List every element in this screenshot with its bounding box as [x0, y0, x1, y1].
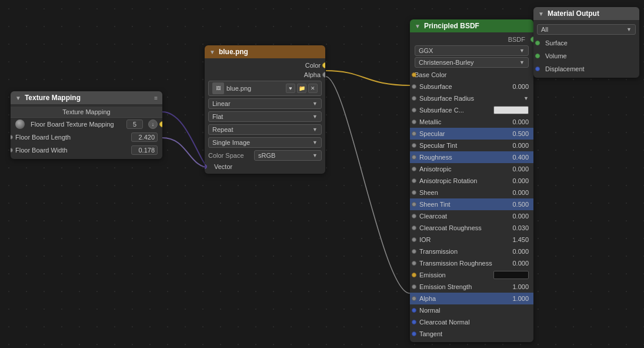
- christensen-dropdown[interactable]: Christensen-Burley ▼: [415, 57, 529, 68]
- repeat-dropdown[interactable]: Repeat ▼: [208, 124, 322, 135]
- alpha-bsdf-value: 1.000: [505, 295, 529, 302]
- ggx-label: GGX: [419, 47, 433, 54]
- num-input[interactable]: 5: [126, 120, 143, 129]
- specular-tint-socket[interactable]: [412, 143, 416, 148]
- color-socket-out[interactable]: [322, 62, 325, 68]
- ior-label: IOR: [419, 236, 505, 243]
- normal-socket[interactable]: [412, 308, 416, 313]
- material-output-header: ▼ Material Output: [533, 7, 639, 20]
- emission-strength-socket[interactable]: [412, 284, 416, 289]
- ggx-dropdown[interactable]: GGX ▼: [415, 45, 529, 56]
- roughness-row[interactable]: Roughness 0.400: [410, 151, 533, 163]
- single-image-label: Single Image: [212, 139, 250, 146]
- specular-socket[interactable]: [412, 131, 416, 136]
- specular-tint-label: Specular Tint: [419, 142, 505, 149]
- linear-dropdown[interactable]: Linear ▼: [208, 98, 322, 109]
- subsurface-color-row: Subsurface C...: [410, 104, 533, 116]
- folder-icon[interactable]: 📁: [297, 84, 306, 93]
- subsurface-radius-label: Subsurface Radius: [419, 95, 523, 102]
- mo-all-arrow: ▼: [626, 26, 632, 32]
- repeat-dropdown-row: Repeat ▼: [205, 123, 325, 136]
- mo-all-dropdown[interactable]: All ▼: [537, 24, 636, 35]
- tangent-label: Tangent: [419, 330, 529, 337]
- anisotropic-socket[interactable]: [412, 167, 416, 171]
- floor-board-width-value[interactable]: 0.178: [131, 145, 158, 155]
- anisotropic-value: 0.000: [505, 165, 529, 173]
- specular-tint-value: 0.000: [505, 142, 529, 149]
- emission-strength-label: Emission Strength: [419, 283, 505, 290]
- color-label: Color: [305, 62, 321, 69]
- colorspace-arrow: ▼: [312, 153, 318, 158]
- texture-mapping-socket-out[interactable]: [159, 121, 162, 127]
- flat-dropdown[interactable]: Flat ▼: [208, 111, 322, 122]
- image-selector[interactable]: 🖼 blue.png ♥ 📁 ✕: [208, 81, 322, 96]
- transmission-roughness-socket[interactable]: [412, 261, 416, 266]
- floor-board-width-socket[interactable]: [11, 148, 13, 153]
- texture-mapping-sublabel: Texture Mapping: [11, 107, 162, 118]
- tangent-socket[interactable]: [412, 332, 416, 336]
- sheen-tint-socket[interactable]: [412, 202, 416, 207]
- anisotropic-rotation-socket[interactable]: [412, 178, 416, 183]
- normal-row: Normal: [410, 304, 533, 316]
- sheen-tint-row[interactable]: Sheen Tint 0.500: [410, 198, 533, 210]
- metallic-value: 0.000: [505, 118, 529, 125]
- base-color-row: Base Color: [410, 69, 533, 81]
- metallic-socket[interactable]: [412, 120, 416, 124]
- emission-strength-value: 1.000: [505, 283, 529, 290]
- repeat-label: Repeat: [212, 126, 233, 133]
- transmission-socket[interactable]: [412, 249, 416, 254]
- close-icon[interactable]: ✕: [308, 84, 318, 93]
- floor-board-length-value[interactable]: 2.420: [131, 132, 158, 142]
- sheen-tint-label: Sheen Tint: [419, 201, 505, 208]
- ior-socket[interactable]: [412, 237, 416, 242]
- colorspace-dropdown[interactable]: sRGB ▼: [254, 150, 322, 161]
- ior-value: 1.450: [505, 236, 529, 243]
- emission-swatch[interactable]: [493, 271, 529, 279]
- specular-row[interactable]: Specular 0.500: [410, 128, 533, 140]
- clearcoat-label: Clearcoat: [419, 213, 505, 220]
- subsurface-color-swatch[interactable]: [493, 106, 529, 114]
- sheen-tint-value: 0.500: [505, 201, 529, 208]
- floor-board-width-label: Floor Board Width: [15, 147, 128, 154]
- heart-icon[interactable]: ♥: [286, 84, 295, 93]
- subsurface-radius-socket[interactable]: [412, 96, 416, 101]
- arrow-btn[interactable]: ↓: [148, 120, 158, 129]
- node-options-icon[interactable]: ≡: [154, 95, 158, 101]
- tangent-row: Tangent: [410, 328, 533, 340]
- base-color-socket[interactable]: [412, 72, 416, 77]
- clearcoat-roughness-socket[interactable]: [412, 226, 416, 230]
- mo-collapse-icon[interactable]: ▼: [538, 11, 544, 17]
- roughness-value: 0.400: [505, 154, 529, 161]
- christensen-label: Christensen-Burley: [419, 59, 474, 66]
- subsurface-color-socket[interactable]: [412, 108, 416, 112]
- volume-label: Volume: [545, 52, 567, 59]
- emission-socket[interactable]: [412, 273, 416, 277]
- clearcoat-socket[interactable]: [412, 214, 416, 218]
- subsurface-row: Subsurface 0.000: [410, 81, 533, 92]
- displacement-socket-in[interactable]: [535, 67, 540, 71]
- vector-socket-in[interactable]: [205, 164, 207, 169]
- subsurface-radius-arrow: ▼: [523, 95, 529, 101]
- alpha-socket-out[interactable]: [322, 72, 325, 78]
- bsdf-collapse-icon[interactable]: ▼: [415, 23, 421, 29]
- transmission-label: Transmission: [419, 248, 505, 255]
- mo-dropdown-row: All ▼: [533, 22, 639, 37]
- object-selector-label[interactable]: Floor Board Texture Mapping: [31, 121, 123, 128]
- volume-socket-in[interactable]: [535, 54, 540, 58]
- alpha-bsdf-row[interactable]: Alpha 1.000: [410, 293, 533, 304]
- flat-dropdown-row: Flat ▼: [205, 110, 325, 123]
- blue-png-collapse-icon[interactable]: ▼: [209, 49, 215, 55]
- clearcoat-normal-socket[interactable]: [412, 320, 416, 324]
- floor-board-length-socket[interactable]: [11, 135, 13, 140]
- sheen-socket[interactable]: [412, 190, 416, 195]
- surface-row: Surface: [533, 37, 639, 49]
- roughness-socket[interactable]: [412, 155, 416, 160]
- collapse-icon[interactable]: ▼: [15, 95, 21, 101]
- single-image-dropdown[interactable]: Single Image ▼: [208, 137, 322, 148]
- alpha-bsdf-socket[interactable]: [412, 296, 416, 301]
- subsurface-socket[interactable]: [412, 84, 416, 89]
- volume-row: Volume: [533, 49, 639, 62]
- surface-socket-in[interactable]: [535, 41, 540, 45]
- bsdf-output-label: BSDF: [410, 35, 533, 44]
- single-image-dropdown-row: Single Image ▼: [205, 136, 325, 149]
